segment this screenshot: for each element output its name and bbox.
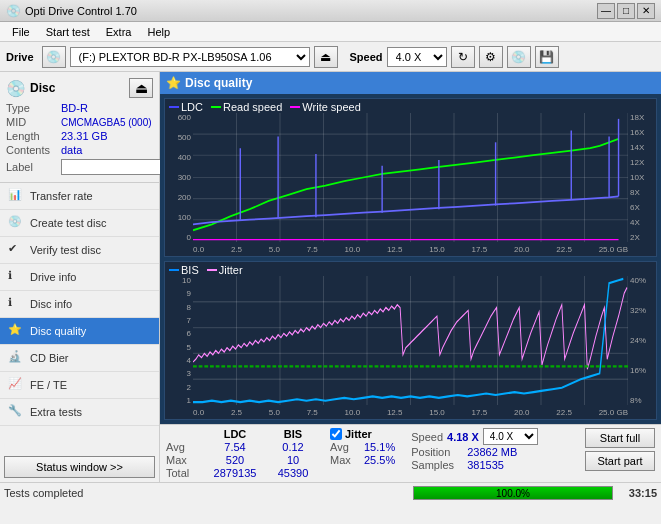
nav-fe-te-label: FE / TE	[30, 379, 67, 391]
nav-fe-te[interactable]: 📈 FE / TE	[0, 372, 159, 399]
fe-te-icon: 📈	[8, 377, 24, 393]
stats-total-row: Total 2879135 45390	[166, 467, 318, 479]
menu-start-test[interactable]: Start test	[38, 24, 98, 40]
ldc-bis-stats: LDC BIS Avg 7.54 0.12 Max 520 10 Total 2…	[166, 428, 318, 479]
nav-cd-bier-label: CD Bier	[30, 352, 69, 364]
read-color	[211, 106, 221, 108]
samples-val: 381535	[467, 459, 504, 471]
bis-header: BIS	[268, 428, 318, 440]
menu-file[interactable]: File	[4, 24, 38, 40]
status-text: Tests completed	[4, 487, 409, 499]
save-button[interactable]: 💾	[535, 46, 559, 68]
chart-header: ⭐ Disc quality	[160, 72, 661, 94]
speed-stats: Speed 4.18 X 4.0 X Position 23862 MB Sam…	[411, 428, 538, 471]
status-window-button[interactable]: Status window >>	[4, 456, 155, 478]
disc-section: 💿 Disc ⏏ Type BD-R MID CMCMAGBA5 (000) L…	[0, 72, 159, 183]
app-icon: 💿	[6, 4, 21, 18]
bis-color	[169, 269, 179, 271]
nav-create-test-disc[interactable]: 💿 Create test disc	[0, 210, 159, 237]
start-buttons: Start full Start part	[585, 428, 655, 471]
transfer-rate-icon: 📊	[8, 188, 24, 204]
speed-current-val: 4.18 X	[447, 431, 479, 443]
total-ldc: 2879135	[206, 467, 264, 479]
nav-disc-info[interactable]: ℹ Disc info	[0, 291, 159, 318]
drive-toolbar: Drive 💿 (F:) PLEXTOR BD-R PX-LB950SA 1.0…	[0, 42, 661, 72]
menubar: File Start test Extra Help	[0, 22, 661, 42]
total-bis: 45390	[268, 467, 318, 479]
menu-help[interactable]: Help	[139, 24, 178, 40]
statusbar: Tests completed 100.0% 33:15	[0, 482, 661, 502]
chart-header-icon: ⭐	[166, 76, 181, 90]
jitter-avg-label: Avg	[330, 441, 360, 453]
bottom-chart-legend: BIS Jitter	[169, 264, 243, 276]
position-label: Position	[411, 446, 463, 458]
legend-read-speed: Read speed	[211, 101, 282, 113]
start-full-button[interactable]: Start full	[585, 428, 655, 448]
close-button[interactable]: ✕	[637, 3, 655, 19]
disc-length-label: Length	[6, 130, 61, 142]
stats-avg-row: Avg 7.54 0.12	[166, 441, 318, 453]
disc-mid-label: MID	[6, 116, 61, 128]
disc-info-icon: ℹ	[8, 296, 24, 312]
disc-label-label: Label	[6, 161, 61, 173]
speed-header-row: Speed 4.18 X 4.0 X	[411, 428, 538, 445]
max-bis: 10	[268, 454, 318, 466]
menu-extra[interactable]: Extra	[98, 24, 140, 40]
jitter-header-row: Jitter	[330, 428, 395, 440]
nav-cd-bier[interactable]: 🔬 CD Bier	[0, 345, 159, 372]
bottom-x-axis: 0.0 2.5 5.0 7.5 10.0 12.5 15.0 17.5 20.0…	[193, 408, 628, 417]
disc-contents-row: Contents data	[6, 144, 153, 156]
nav-verify-test-disc[interactable]: ✔ Verify test disc	[0, 237, 159, 264]
minimize-button[interactable]: —	[597, 3, 615, 19]
sidebar: 💿 Disc ⏏ Type BD-R MID CMCMAGBA5 (000) L…	[0, 72, 160, 482]
position-row: Position 23862 MB	[411, 446, 538, 458]
progress-bar-container: 100.0%	[413, 486, 613, 500]
settings-button[interactable]: ⚙	[479, 46, 503, 68]
total-label: Total	[166, 467, 202, 479]
window-controls: — □ ✕	[597, 3, 655, 19]
disc-contents-value: data	[61, 144, 82, 156]
speed-select[interactable]: 4.0 X	[483, 428, 538, 445]
max-label: Max	[166, 454, 202, 466]
drive-icon-btn[interactable]: 💿	[42, 46, 66, 68]
top-x-axis: 0.0 2.5 5.0 7.5 10.0 12.5 15.0 17.5 20.0…	[193, 245, 628, 254]
bottom-y-axis-right: 40% 32% 24% 16% 8%	[628, 276, 656, 405]
disc-icon: 💿	[6, 79, 26, 98]
ldc-color	[169, 106, 179, 108]
disc-type-row: Type BD-R	[6, 102, 153, 114]
drive-info-icon: ℹ	[8, 269, 24, 285]
start-part-button[interactable]: Start part	[585, 451, 655, 471]
nav-create-test-disc-label: Create test disc	[30, 217, 106, 229]
legend-write-label: Write speed	[302, 101, 361, 113]
time-display: 33:15	[617, 487, 657, 499]
jitter-max-row: Max 25.5%	[330, 454, 395, 466]
disc-label-row: Label 🔧	[6, 158, 153, 176]
jitter-checkbox[interactable]	[330, 428, 342, 440]
legend-bis-label: BIS	[181, 264, 199, 276]
write-color	[290, 106, 300, 108]
nav-drive-info[interactable]: ℹ Drive info	[0, 264, 159, 291]
charts-area: LDC Read speed Write speed 600 500 40	[160, 94, 661, 424]
position-val: 23862 MB	[467, 446, 517, 458]
avg-label: Avg	[166, 441, 202, 453]
nav-disc-quality[interactable]: ⭐ Disc quality	[0, 318, 159, 345]
disc-button[interactable]: 💿	[507, 46, 531, 68]
nav-extra-tests[interactable]: 🔧 Extra tests	[0, 399, 159, 426]
ldc-header: LDC	[206, 428, 264, 440]
maximize-button[interactable]: □	[617, 3, 635, 19]
eject-button[interactable]: ⏏	[314, 46, 338, 68]
disc-section-title: Disc	[30, 81, 55, 95]
nav-disc-info-label: Disc info	[30, 298, 72, 310]
nav-transfer-rate[interactable]: 📊 Transfer rate	[0, 183, 159, 210]
disc-type-value: BD-R	[61, 102, 88, 114]
jitter-max-label: Max	[330, 454, 360, 466]
nav-transfer-rate-label: Transfer rate	[30, 190, 93, 202]
drive-selector[interactable]: (F:) PLEXTOR BD-R PX-LB950SA 1.06	[70, 47, 310, 67]
avg-ldc: 7.54	[206, 441, 264, 453]
disc-eject-button[interactable]: ⏏	[129, 78, 153, 98]
speed-selector[interactable]: 4.0 X	[387, 47, 447, 67]
extra-tests-icon: 🔧	[8, 404, 24, 420]
refresh-button[interactable]: ↻	[451, 46, 475, 68]
stats-headers: LDC BIS	[166, 428, 318, 440]
nav-menu: 📊 Transfer rate 💿 Create test disc ✔ Ver…	[0, 183, 159, 452]
